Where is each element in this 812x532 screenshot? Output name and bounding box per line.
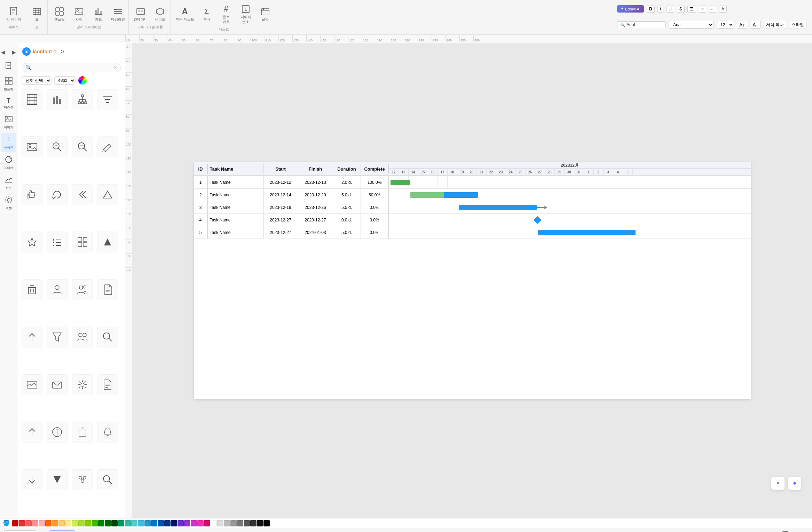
color-swatch-purple3[interactable]	[191, 520, 197, 526]
icon-cell-grid[interactable]	[72, 232, 93, 252]
icon-cell-mail[interactable]	[47, 374, 68, 395]
fill-tool-icon[interactable]: 🪣	[3, 520, 10, 526]
page-num-button[interactable]: 1 페이지번호	[237, 3, 254, 26]
icon-cell-users[interactable]	[72, 279, 93, 300]
container-button[interactable]: 컨테이너	[132, 5, 149, 23]
icon-cell-search2[interactable]	[97, 327, 118, 347]
icon-cell-list[interactable]	[47, 232, 68, 252]
color-swatch-gray1[interactable]	[217, 520, 223, 526]
icon-cell-search3[interactable]	[97, 469, 118, 490]
color-swatch-red2[interactable]	[19, 520, 25, 526]
filter-select[interactable]: 전체 선택 전체 선택	[22, 76, 52, 85]
icon-cell-image[interactable]	[22, 136, 42, 157]
gantt-row-3[interactable]: 3 Task Name 2023-12-19 2023-12-26 5.5 d.…	[194, 201, 751, 214]
icon-cell-org[interactable]	[72, 89, 93, 110]
icon-cell-double-back[interactable]	[72, 184, 93, 205]
timeline-button[interactable]: 타임라인	[110, 5, 126, 23]
date-button[interactable]: 날짜	[257, 5, 274, 23]
sidebar-item-chart[interactable]: 차트	[1, 174, 16, 193]
sidebar-item-icon[interactable]: ☆ 아이콘	[1, 133, 16, 152]
color-swatch-green4[interactable]	[111, 520, 118, 526]
icon-cell-pencil[interactable]	[97, 136, 118, 157]
gantt-row-4[interactable]: 4 Task Name 2023-12-27 2023-12-27 0.0 d.…	[194, 214, 751, 226]
icon-cell-triangle-down[interactable]	[47, 469, 68, 490]
color-swatch-gray2[interactable]	[224, 520, 230, 526]
icon-cell-trash2[interactable]	[72, 422, 93, 443]
color-swatch-red3[interactable]	[25, 520, 32, 526]
icon-cell-triangle-up[interactable]	[97, 184, 118, 205]
color-swatch-cyan1[interactable]	[138, 520, 144, 526]
color-swatch-cyan2[interactable]	[144, 520, 151, 526]
icon-cell-thumb-up[interactable]	[22, 184, 42, 205]
underline-button[interactable]: U	[666, 6, 674, 13]
color-swatch-lime1[interactable]	[72, 520, 78, 526]
chart-button[interactable]: 차트	[90, 5, 107, 23]
icon-cell-barchart[interactable]	[47, 89, 68, 110]
sidebar-item-template[interactable]: 템플릿	[1, 75, 16, 94]
color-swatch-blue4[interactable]	[171, 520, 177, 526]
icon-cell-arrow-up[interactable]	[22, 327, 42, 347]
icon-cell-zoom-in[interactable]	[47, 136, 68, 157]
icon-cell-trash[interactable]	[22, 279, 42, 300]
list2-button[interactable]: ≡	[699, 6, 706, 13]
icon-cell-doc[interactable]	[97, 279, 118, 300]
icon-cell-star[interactable]	[22, 232, 42, 252]
strikethrough-button[interactable]: S	[677, 6, 685, 13]
icon-cell-image2[interactable]	[22, 374, 42, 395]
sidebar-item-text[interactable]: T 텍스트	[1, 95, 16, 112]
sidebar-item-sticker[interactable]: 스티커	[1, 154, 16, 172]
font-dec-button[interactable]: A↓	[750, 21, 760, 29]
icon-cell-filter[interactable]	[97, 89, 118, 110]
page-tab-inactive[interactable]: 📄 페이지-1	[4, 530, 36, 532]
gantt-row-5[interactable]: 5 Task Name 2023-12-27 2024-01-03 5.0 d.…	[194, 226, 751, 239]
template-button[interactable]: 템플릿	[51, 5, 68, 23]
icon-cell-filter2[interactable]	[47, 327, 68, 347]
shape-button[interactable]: 세이프	[152, 5, 168, 23]
icon-search-clear-icon[interactable]: ✕	[113, 65, 117, 70]
color-swatch-green2[interactable]	[98, 520, 104, 526]
color-swatch-yellow1[interactable]	[58, 520, 65, 526]
color-swatch-black[interactable]	[263, 520, 270, 526]
font-icon-button[interactable]: # 폰트기호	[218, 3, 235, 26]
color-swatch-blue2[interactable]	[158, 520, 164, 526]
bold-button[interactable]: B	[647, 6, 655, 13]
color-swatch-orange1[interactable]	[45, 520, 52, 526]
color-swatch-lime2[interactable]	[78, 520, 85, 526]
color-swatch-green1[interactable]	[92, 520, 98, 526]
table-button[interactable]: 표	[29, 5, 45, 23]
icon-search-input[interactable]	[33, 65, 111, 70]
icon-cell-user[interactable]	[47, 279, 68, 300]
icon-cell-info[interactable]	[47, 422, 68, 443]
color-swatch-pink3[interactable]	[197, 520, 204, 526]
color-swatch-yellow2[interactable]	[65, 520, 71, 526]
italic-button[interactable]: I	[657, 6, 663, 13]
color-wheel-button[interactable]	[78, 76, 87, 85]
formula-button[interactable]: Σ 수식	[198, 5, 215, 23]
icon-cell-bell[interactable]	[97, 422, 118, 443]
photo-button[interactable]: 사진	[71, 5, 87, 23]
sidebar-item-page[interactable]	[1, 60, 16, 73]
underline2-button[interactable]: A	[719, 6, 727, 13]
canvas-content[interactable]: ID Task Name Start Finish Duration Compl…	[132, 43, 812, 518]
canvas-area[interactable]: 30 40 50 60 70 80 90 100 110 120 130 140…	[125, 43, 812, 518]
color-swatch-orange2[interactable]	[52, 520, 58, 526]
list-button[interactable]: ☰	[687, 6, 696, 13]
icon-cell-zoom-out[interactable]	[72, 136, 93, 157]
icon-cell-users2[interactable]	[72, 327, 93, 347]
sparkle-button-1[interactable]: ✦	[771, 476, 785, 490]
color-swatch-blue1[interactable]	[151, 520, 157, 526]
sparkle-button-2[interactable]: ✦	[788, 476, 802, 490]
color-swatch-teal3[interactable]	[131, 520, 137, 526]
color-swatch-purple1[interactable]	[178, 520, 184, 526]
size-select[interactable]: 48px 24px 32px 64px	[54, 76, 76, 85]
color-swatch-teal2[interactable]	[125, 520, 131, 526]
color-swatch-pink4[interactable]	[204, 520, 210, 526]
font-size-select[interactable]: 12	[717, 21, 734, 29]
color-swatch-gray3[interactable]	[230, 520, 237, 526]
icon-cell-refresh[interactable]	[47, 184, 68, 205]
color-swatch-white[interactable]	[211, 520, 217, 526]
color-swatch-red1[interactable]	[12, 520, 18, 526]
color-swatch-gray7[interactable]	[257, 520, 263, 526]
color-swatch-purple2[interactable]	[184, 520, 190, 526]
icon-cell-users3[interactable]	[72, 469, 93, 490]
